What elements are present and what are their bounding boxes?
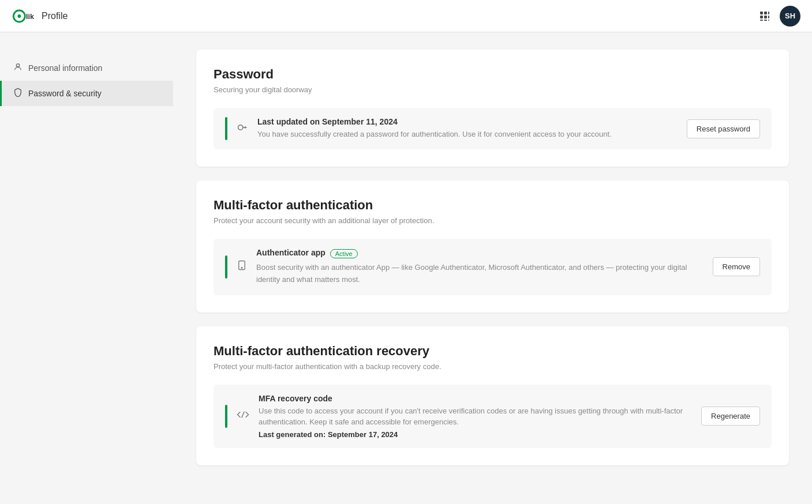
password-info-row: Last updated on September 11, 2024 You h…	[214, 108, 772, 149]
sidebar-item-personal-information[interactable]: Personal information	[0, 55, 173, 81]
password-updated-desc: You have successfully created a password…	[257, 129, 678, 140]
mfa-recovery-card: Multi-factor authentication recovery Pro…	[196, 326, 789, 465]
svg-rect-5	[768, 12, 769, 14]
main-content: Password Securing your digital doorway L…	[173, 32, 812, 504]
svg-rect-7	[764, 16, 767, 18]
regenerate-action: Regenerate	[701, 407, 760, 426]
app-header: lik Profile SH	[0, 0, 812, 32]
sidebar-item-password-security[interactable]: Password & security	[0, 81, 173, 106]
green-bar-mfa	[225, 255, 227, 279]
phone-icon	[237, 259, 247, 274]
password-card-subtitle: Securing your digital doorway	[214, 85, 772, 94]
recovery-info-row: MFA recovery code Use this code to acces…	[214, 385, 772, 448]
header-title: Profile	[42, 11, 68, 21]
password-card-title: Password	[214, 67, 772, 82]
main-layout: Personal information Password & security…	[0, 32, 812, 504]
code-icon	[237, 409, 249, 423]
remove-button[interactable]: Remove	[713, 257, 760, 276]
svg-point-13	[238, 125, 243, 129]
active-badge: Active	[330, 249, 358, 258]
svg-rect-9	[760, 20, 763, 21]
svg-text:lik: lik	[26, 13, 34, 21]
mfa-recovery-subtitle: Protect your multi-factor authentication…	[214, 362, 772, 371]
authenticator-title-row: Authenticator app Active	[256, 248, 704, 259]
svg-rect-10	[764, 20, 767, 21]
qlik-logo: lik	[12, 8, 35, 24]
avatar[interactable]: SH	[780, 6, 800, 27]
header-left: lik Profile	[12, 8, 68, 24]
person-icon	[13, 62, 23, 74]
sidebar: Personal information Password & security	[0, 32, 173, 504]
svg-rect-8	[768, 16, 769, 18]
authenticator-info-content: Authenticator app Active Boost security …	[256, 248, 704, 286]
svg-rect-4	[764, 12, 767, 14]
svg-line-16	[242, 412, 245, 418]
password-card: Password Securing your digital doorway L…	[196, 50, 789, 167]
recovery-info-content: MFA recovery code Use this code to acces…	[259, 394, 692, 439]
sidebar-item-personal-information-label: Personal information	[28, 63, 102, 73]
grid-icon[interactable]	[759, 10, 770, 22]
green-bar-recovery	[225, 405, 227, 428]
recovery-last-generated: Last generated on: September 17, 2024	[259, 430, 692, 439]
password-info-content: Last updated on September 11, 2024 You h…	[257, 117, 678, 140]
sidebar-item-password-security-label: Password & security	[28, 89, 102, 98]
shield-icon	[13, 88, 23, 99]
authenticator-desc: Boost security with an authenticator App…	[256, 262, 704, 286]
svg-rect-6	[760, 16, 763, 18]
mfa-card: Multi-factor authentication Protect your…	[196, 180, 789, 313]
svg-rect-3	[760, 12, 763, 14]
authenticator-app-title: Authenticator app	[256, 248, 325, 257]
svg-point-1	[17, 14, 21, 18]
svg-point-12	[16, 64, 19, 67]
key-icon	[237, 122, 248, 136]
svg-rect-11	[768, 20, 769, 21]
reset-password-button[interactable]: Reset password	[687, 119, 760, 138]
regenerate-button[interactable]: Regenerate	[701, 407, 760, 426]
remove-authenticator-action: Remove	[713, 257, 760, 276]
authenticator-info-row: Authenticator app Active Boost security …	[214, 239, 772, 295]
mfa-card-title: Multi-factor authentication	[214, 198, 772, 213]
recovery-code-title: MFA recovery code	[259, 394, 692, 403]
mfa-recovery-title: Multi-factor authentication recovery	[214, 344, 772, 359]
recovery-code-desc: Use this code to access your account if …	[259, 405, 692, 428]
green-bar-password	[225, 117, 227, 140]
mfa-card-subtitle: Protect your account security with an ad…	[214, 216, 772, 225]
header-right: SH	[759, 6, 800, 27]
password-updated-title: Last updated on September 11, 2024	[257, 117, 678, 126]
svg-point-15	[241, 268, 242, 269]
reset-password-action: Reset password	[687, 119, 760, 138]
